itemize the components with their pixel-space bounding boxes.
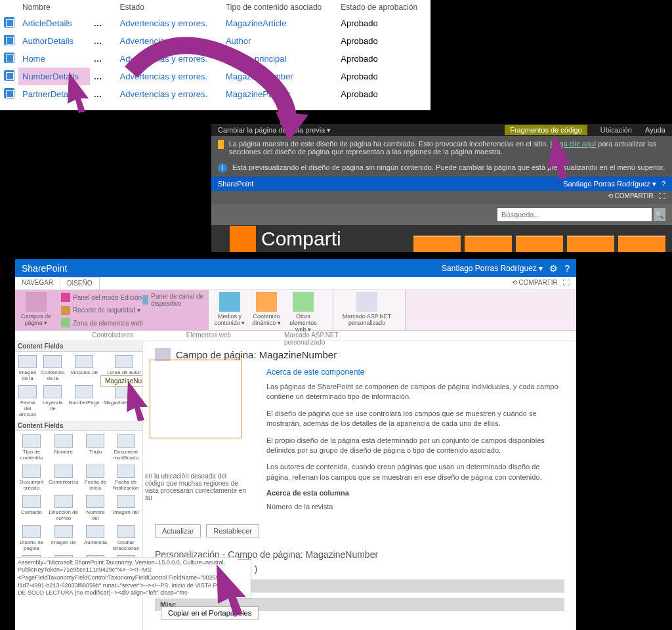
about-p3: El propio diseño de la página está deter…	[266, 436, 564, 456]
ctype-link[interactable]: MagazinePartner	[226, 89, 291, 99]
file-icon	[4, 52, 14, 63]
field-item[interactable]: Audiencia	[81, 524, 110, 553]
tab-diseno[interactable]: DISEÑO	[60, 277, 99, 289]
snippet-code: Assembly="Microsoft.SharePoint.Taxonomy,…	[15, 557, 238, 598]
zona-webparts-button[interactable]: Zona de elementos web	[58, 318, 204, 328]
field-item[interactable]: Document modificado	[112, 433, 140, 462]
dinamico-button[interactable]: Contenido dinámico ▾	[249, 292, 284, 333]
content-fields-header: Content Fields	[15, 341, 142, 352]
otros-webparts-button[interactable]: Otros elementos web ▾	[286, 292, 320, 333]
snippets-link[interactable]: Fragmentos de código	[505, 125, 587, 135]
design-preview-panel: Cambiar la página de vista previa ▾ Frag…	[211, 124, 672, 252]
field-item[interactable]: Nombre	[47, 433, 79, 462]
item-menu[interactable]: …	[94, 54, 103, 64]
status-link[interactable]: Advertencias y errores.	[120, 18, 208, 28]
about-heading: Acerca de este componente	[266, 368, 564, 377]
medios-button[interactable]: Medios y contenido ▾	[213, 292, 247, 333]
field-item[interactable]: NumberPage	[67, 384, 100, 419]
layout-link[interactable]: ArticleDetails	[22, 18, 72, 28]
reset-button[interactable]: Restablecer	[206, 524, 259, 537]
file-icon	[4, 35, 14, 45]
share-link[interactable]: ⟲ COMPARTIR	[608, 192, 654, 200]
update-button[interactable]: Actualizar	[155, 524, 201, 537]
field-item[interactable]: Imagen de la	[17, 354, 38, 383]
approval-status: Aprobado	[337, 85, 430, 103]
ctype-link[interactable]: Author	[226, 36, 251, 46]
field-icon	[155, 348, 171, 361]
ctype-link[interactable]: MagazineNumber	[226, 72, 293, 81]
status-link[interactable]: Advertencias y errores.	[120, 54, 208, 64]
aspnet-button[interactable]: Marcado ASP.NET personalizado	[337, 292, 396, 326]
field-tooltip: MagazineNumber	[100, 375, 143, 387]
warning-icon	[218, 140, 224, 149]
help-icon[interactable]: ?	[564, 263, 570, 274]
field-item[interactable]: Comentarios	[47, 463, 79, 492]
field-item[interactable]: Tipo de contenido	[17, 433, 46, 462]
file-icon	[4, 88, 14, 98]
ctype-link[interactable]: MagazineArticle	[226, 18, 287, 28]
field-item[interactable]: Leyenda de	[39, 384, 66, 419]
field-item[interactable]: Fecha del artículo	[17, 384, 38, 419]
share-link[interactable]: ⟲ COMPARTIR ⛶	[505, 277, 576, 289]
status-link[interactable]: Advertencias y errores.	[120, 36, 208, 46]
snippet-preview-box	[150, 360, 242, 438]
layout-link[interactable]: PartnerDetails	[22, 89, 76, 99]
help-icon[interactable]: ?	[662, 180, 665, 188]
column-heading: Acerca de esta columna	[266, 489, 564, 497]
site-logo: Comparti	[230, 226, 341, 252]
search-input[interactable]	[497, 208, 652, 221]
nav-tiles	[413, 236, 665, 252]
status-link[interactable]: Advertencias y errores.	[120, 89, 208, 99]
update-regions-link[interactable]: Haga clic aquí	[551, 140, 597, 148]
field-item[interactable]: Título	[81, 433, 110, 462]
file-icon	[4, 17, 14, 28]
approval-status: Aprobado	[337, 50, 430, 68]
page-layouts-table: Nombre Estado Tipo de contenido asociado…	[0, 0, 430, 110]
layout-link[interactable]: NumberDetails	[22, 72, 79, 81]
field-item[interactable]: Imagen del	[112, 494, 140, 522]
col-aprobacion[interactable]: Estado de aprobación	[337, 0, 430, 14]
copy-clipboard-button[interactable]: Copiar en el Portapapeles	[161, 606, 259, 620]
layout-link[interactable]: Home	[22, 54, 45, 64]
layout-link[interactable]: AuthorDetails	[22, 36, 74, 46]
field-item[interactable]: Diseño de página	[17, 524, 46, 553]
gear-icon[interactable]: ⚙	[549, 263, 558, 274]
field-item[interactable]: Dirección de correo	[47, 494, 79, 522]
snippet-hint: en la ubicación deseada del código que m…	[145, 472, 247, 501]
approval-status: Aprobado	[337, 14, 430, 32]
help-link[interactable]: Ayuda	[645, 126, 665, 134]
item-menu[interactable]: …	[94, 89, 103, 99]
item-menu[interactable]: …	[94, 36, 103, 46]
field-item[interactable]: Vínculos de	[67, 354, 100, 383]
field-item[interactable]: Fecha de finalización	[112, 463, 140, 492]
field-item[interactable]: Fecha de inicio	[81, 463, 110, 492]
ctype-link[interactable]: Página principal	[226, 54, 287, 64]
column-desc: Número de la revista	[266, 502, 564, 512]
user-menu[interactable]: Santiago Porras Rodríguez ▾	[442, 264, 543, 273]
about-p1: Las páginas de SharePoint se componen de…	[266, 382, 564, 402]
field-item[interactable]: Ocultar direcciones	[112, 524, 140, 553]
col-estado[interactable]: Estado	[116, 0, 222, 14]
search-icon[interactable]: 🔍	[654, 208, 665, 221]
field-item[interactable]: Contacto	[17, 494, 46, 522]
ribbon-group-controllers: Controladores	[15, 331, 146, 341]
tab-navegar[interactable]: NAVEGAR	[15, 277, 60, 289]
field-item[interactable]: Contenido de la	[39, 354, 66, 383]
field-item[interactable]: Imagen de	[47, 524, 79, 553]
item-menu[interactable]: …	[94, 72, 103, 81]
field-item[interactable]: Document creado	[17, 463, 46, 492]
info-preview-nocontent: Está previsualizando el diseño de página…	[232, 163, 665, 171]
location-link[interactable]: Ubicación	[600, 126, 632, 134]
panel-canal-button[interactable]: Panel de canal de dispositivo	[140, 292, 208, 308]
change-preview-dropdown[interactable]: Cambiar la página de vista previa ▾	[218, 126, 331, 135]
user-menu[interactable]: Santiago Porras Rodríguez ▾	[563, 180, 656, 188]
item-menu[interactable]: …	[94, 18, 103, 28]
campos-pagina-button[interactable]: Campos de página ▾	[19, 292, 53, 326]
field-item[interactable]: MagazineNumber	[102, 384, 143, 419]
col-tipo[interactable]: Tipo de contenido asociado	[222, 0, 337, 14]
col-nombre[interactable]: Nombre	[18, 0, 90, 14]
status-link[interactable]: Advertencias y errores.	[120, 72, 208, 81]
field-item[interactable]: Nombre del	[81, 494, 110, 522]
file-icon	[4, 70, 14, 81]
page-field-title: Campo de página: MagazineNumber	[155, 348, 564, 361]
